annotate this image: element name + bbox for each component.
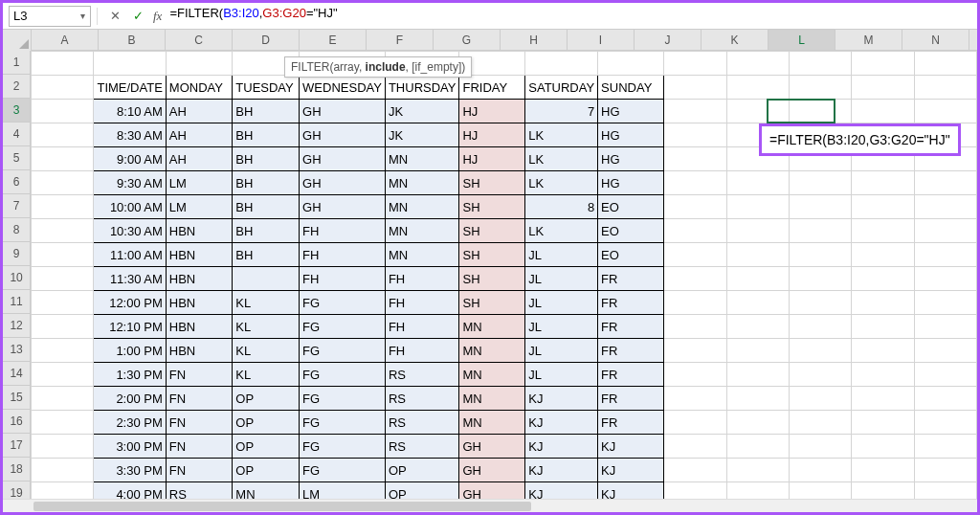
- cell-F5[interactable]: MN: [385, 147, 459, 171]
- cell-J18[interactable]: [664, 459, 726, 482]
- row-header-8[interactable]: 8: [3, 218, 30, 242]
- cell-M8[interactable]: [852, 219, 914, 243]
- cell-I16[interactable]: FR: [598, 411, 664, 435]
- cell-B16[interactable]: 2:30 PM: [94, 411, 166, 435]
- cell-D11[interactable]: KL: [233, 291, 300, 315]
- cell-G7[interactable]: SH: [459, 195, 525, 219]
- cell-J14[interactable]: [664, 363, 726, 387]
- cell-L11[interactable]: [790, 291, 852, 315]
- cell-L16[interactable]: [790, 411, 852, 435]
- cell-N18[interactable]: [914, 459, 976, 482]
- cell-J1[interactable]: [664, 52, 726, 76]
- cell-N2[interactable]: [914, 76, 976, 100]
- cell-D7[interactable]: BH: [233, 195, 300, 219]
- cell-B12[interactable]: 12:10 PM: [94, 315, 166, 339]
- name-box[interactable]: L3 ▾: [9, 6, 91, 27]
- cell-G8[interactable]: SH: [459, 219, 525, 243]
- cell-L8[interactable]: [790, 219, 852, 243]
- cell-E15[interactable]: FG: [300, 387, 386, 411]
- cell-L6[interactable]: [790, 171, 852, 195]
- cell-A8[interactable]: [32, 219, 94, 243]
- row-header-17[interactable]: 17: [3, 434, 30, 458]
- cell-A2[interactable]: [32, 76, 94, 100]
- cell-G4[interactable]: HJ: [459, 123, 525, 147]
- cell-B13[interactable]: 1:00 PM: [94, 339, 166, 363]
- cell-K3[interactable]: [726, 100, 789, 123]
- cell-L10[interactable]: [790, 267, 852, 291]
- cell-F12[interactable]: FH: [385, 315, 459, 339]
- cell-I6[interactable]: HG: [598, 171, 664, 195]
- column-header-I[interactable]: I: [568, 30, 635, 50]
- cell-N8[interactable]: [914, 219, 976, 243]
- cell-I5[interactable]: HG: [598, 147, 664, 171]
- cell-J6[interactable]: [664, 171, 726, 195]
- cell-I11[interactable]: FR: [598, 291, 664, 315]
- column-header-A[interactable]: A: [32, 30, 99, 50]
- cell-N12[interactable]: [914, 315, 976, 339]
- cell-M16[interactable]: [852, 411, 914, 435]
- cell-M13[interactable]: [852, 339, 914, 363]
- row-header-3[interactable]: 3: [3, 99, 30, 123]
- column-header-E[interactable]: E: [300, 30, 367, 50]
- cell-F14[interactable]: RS: [385, 363, 459, 387]
- cell-C11[interactable]: HBN: [166, 291, 232, 315]
- cell-G6[interactable]: SH: [459, 171, 525, 195]
- row-header-16[interactable]: 16: [3, 410, 30, 434]
- cell-B4[interactable]: 8:30 AM: [94, 123, 166, 147]
- fx-icon[interactable]: fx: [153, 9, 162, 24]
- row-header-15[interactable]: 15: [3, 386, 30, 410]
- cell-L7[interactable]: [790, 195, 852, 219]
- cell-B14[interactable]: 1:30 PM: [94, 363, 166, 387]
- cell-D18[interactable]: OP: [233, 459, 300, 482]
- cell-F7[interactable]: MN: [385, 195, 459, 219]
- cell-F15[interactable]: RS: [385, 387, 459, 411]
- cell-A4[interactable]: [32, 123, 94, 147]
- cell-E10[interactable]: FH: [300, 267, 386, 291]
- cell-J12[interactable]: [664, 315, 726, 339]
- cell-M6[interactable]: [852, 171, 914, 195]
- cell-E18[interactable]: FG: [300, 459, 386, 482]
- row-header-10[interactable]: 10: [3, 266, 30, 290]
- cell-D3[interactable]: BH: [233, 100, 300, 123]
- cell-A1[interactable]: [32, 52, 94, 76]
- cell-I1[interactable]: [598, 52, 664, 76]
- cell-C17[interactable]: FN: [166, 435, 232, 459]
- cell-K10[interactable]: [726, 267, 789, 291]
- cell-G14[interactable]: MN: [459, 363, 525, 387]
- cell-G17[interactable]: GH: [459, 435, 525, 459]
- cell-E5[interactable]: GH: [300, 147, 386, 171]
- cell-H11[interactable]: JL: [525, 291, 598, 315]
- cell-F2[interactable]: THURSDAY: [385, 76, 459, 100]
- row-header-14[interactable]: 14: [3, 362, 30, 386]
- cell-C4[interactable]: AH: [166, 123, 232, 147]
- cell-C2[interactable]: MONDAY: [166, 76, 232, 100]
- cell-G11[interactable]: SH: [459, 291, 525, 315]
- cell-K14[interactable]: [726, 363, 789, 387]
- cell-F16[interactable]: RS: [385, 411, 459, 435]
- cell-B10[interactable]: 11:30 AM: [94, 267, 166, 291]
- cell-E11[interactable]: FG: [300, 291, 386, 315]
- cell-B1[interactable]: [94, 52, 166, 76]
- cell-L1[interactable]: [790, 52, 852, 76]
- cell-K6[interactable]: [726, 171, 789, 195]
- cell-H5[interactable]: LK: [525, 147, 598, 171]
- cell-K15[interactable]: [726, 387, 789, 411]
- cell-J11[interactable]: [664, 291, 726, 315]
- cell-I15[interactable]: FR: [598, 387, 664, 411]
- cell-I10[interactable]: FR: [598, 267, 664, 291]
- cell-C6[interactable]: LM: [166, 171, 232, 195]
- cell-H16[interactable]: KJ: [525, 411, 598, 435]
- cell-G10[interactable]: SH: [459, 267, 525, 291]
- cell-A6[interactable]: [32, 171, 94, 195]
- row-header-6[interactable]: 6: [3, 170, 30, 194]
- cell-E3[interactable]: GH: [300, 100, 386, 123]
- cell-H8[interactable]: LK: [525, 219, 598, 243]
- cell-F8[interactable]: MN: [385, 219, 459, 243]
- cell-K2[interactable]: [726, 76, 789, 100]
- cell-I18[interactable]: KJ: [598, 459, 664, 482]
- column-header-H[interactable]: H: [501, 30, 568, 50]
- cell-N1[interactable]: [914, 52, 976, 76]
- cell-E17[interactable]: FG: [300, 435, 386, 459]
- cell-K8[interactable]: [726, 219, 789, 243]
- column-header-K[interactable]: K: [702, 30, 768, 50]
